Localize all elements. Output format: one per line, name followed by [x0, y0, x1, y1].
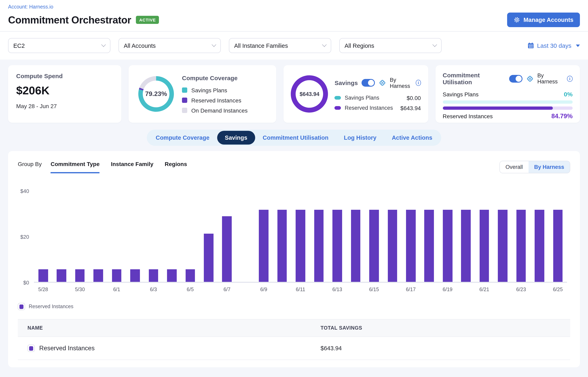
- caret-down-icon: [576, 44, 580, 47]
- savings-by-harness-toggle[interactable]: [362, 79, 375, 87]
- savings-plans-progress-bar: [443, 100, 573, 104]
- y-axis-tick: $20: [21, 234, 29, 240]
- tab-savings[interactable]: Savings: [217, 131, 255, 145]
- legend-checkbox[interactable]: [18, 303, 25, 310]
- table-row[interactable]: Reserved Instances $643.94: [18, 337, 570, 360]
- bar-slot: [346, 191, 365, 282]
- accounts-select[interactable]: All Accounts: [119, 38, 221, 53]
- bar-6/4[interactable]: [167, 269, 177, 282]
- bar-6/14[interactable]: [351, 210, 360, 282]
- bar-5/30[interactable]: [75, 269, 85, 282]
- tab-compute-coverage[interactable]: Compute Coverage: [148, 131, 217, 145]
- manage-accounts-label: Manage Accounts: [523, 17, 573, 23]
- legend-item-label: On Demand Instances: [191, 107, 248, 114]
- info-icon[interactable]: i: [416, 80, 421, 86]
- group-tab-regions[interactable]: Regions: [165, 161, 187, 173]
- legend-swatch: [335, 106, 341, 110]
- main-tabs: Compute CoverageSavingsCommitment Utilis…: [147, 130, 441, 146]
- x-axis-label: [383, 287, 401, 292]
- bar-6/10[interactable]: [277, 210, 287, 282]
- bar-6/22[interactable]: [498, 210, 507, 282]
- kpi-cards-row: Compute Spend $206K May 28 - Jun 27 79.2…: [8, 65, 580, 123]
- harness-logo-icon: [378, 79, 386, 87]
- legend-label: Reserved Instances: [29, 304, 73, 309]
- compute-coverage-card: 79.23% Compute Coverage Savings PlansRes…: [129, 65, 277, 123]
- instance-families-select[interactable]: All Instance Families: [229, 38, 331, 53]
- legend-item-label: Savings Plans: [191, 87, 227, 93]
- regions-select[interactable]: All Regions: [339, 38, 442, 53]
- service-select[interactable]: EC2: [8, 38, 111, 53]
- savings-breakdown-row: Reserved Instances$643.94: [335, 105, 421, 111]
- bar-6/9[interactable]: [259, 210, 268, 282]
- bar-6/6[interactable]: [204, 234, 213, 282]
- bar-6/5[interactable]: [185, 269, 195, 282]
- view-overall[interactable]: Overall: [500, 161, 529, 173]
- status-badge: ACTIVE: [136, 16, 159, 24]
- x-axis-label: 6/1: [108, 287, 126, 292]
- bar-6/3[interactable]: [149, 269, 158, 282]
- manage-accounts-button[interactable]: Manage Accounts: [507, 12, 580, 27]
- bar-6/1[interactable]: [112, 269, 121, 282]
- x-axis-label: [236, 287, 255, 292]
- x-axis-label: [457, 287, 475, 292]
- date-range-picker[interactable]: Last 30 days: [527, 42, 580, 49]
- bar-slot: [218, 191, 236, 282]
- bar-6/20[interactable]: [461, 210, 471, 282]
- savings-bar-chart: $40$20$0 5/285/306/16/36/56/76/96/116/13…: [18, 191, 570, 292]
- bar-5/29[interactable]: [57, 269, 66, 282]
- info-icon[interactable]: i: [567, 75, 573, 82]
- bar-6/7[interactable]: [222, 216, 232, 282]
- x-axis-label: 6/21: [475, 287, 494, 292]
- bar-6/23[interactable]: [516, 210, 526, 282]
- x-axis-label: 6/15: [365, 287, 383, 292]
- savings-breakdown-label: Savings Plans: [345, 95, 379, 101]
- row-checkbox[interactable]: [27, 345, 35, 352]
- bar-6/25[interactable]: [553, 210, 563, 282]
- view-by-harness[interactable]: By Harness: [528, 161, 570, 173]
- group-tab-instance-family[interactable]: Instance Family: [111, 161, 153, 173]
- legend-swatch: [182, 108, 187, 113]
- bar-6/15[interactable]: [369, 210, 379, 282]
- compute-coverage-title: Compute Coverage: [182, 74, 248, 81]
- bar-6/21[interactable]: [480, 210, 489, 282]
- bar-6/13[interactable]: [333, 210, 342, 282]
- savings-table: NAME TOTAL SAVINGS Reserved Instances $6…: [18, 319, 570, 360]
- savings-breakdown-label: Reserved Instances: [345, 105, 393, 111]
- x-axis-label: [310, 287, 328, 292]
- utilisation-by-harness-toggle[interactable]: [509, 75, 522, 82]
- row-total-savings: $643.94: [321, 345, 570, 352]
- y-axis: $40$20$0: [18, 191, 34, 283]
- tab-commitment-utilisation[interactable]: Commitment Utilisation: [255, 131, 336, 145]
- tab-log-history[interactable]: Log History: [336, 131, 384, 145]
- app-root: Account: Harness.io Commitment Orchestra…: [0, 0, 588, 377]
- page-title: Commitment Orchestrator: [8, 14, 131, 26]
- util-reserved-instances-percent: 84.79%: [551, 113, 573, 120]
- bar-6/17[interactable]: [406, 210, 416, 282]
- bar-slot: [530, 191, 549, 282]
- bar-6/19[interactable]: [443, 210, 452, 282]
- calendar-icon: [527, 42, 534, 49]
- group-by-tabs: Commitment TypeInstance FamilyRegions: [51, 161, 187, 173]
- x-axis-label: 6/9: [255, 287, 273, 292]
- reserved-instances-progress-bar: [443, 106, 573, 110]
- bar-slot: [199, 191, 218, 282]
- bar-6/2[interactable]: [130, 269, 140, 282]
- bar-5/31[interactable]: [94, 269, 103, 282]
- bar-6/11[interactable]: [296, 210, 305, 282]
- group-tab-commitment-type[interactable]: Commitment Type: [51, 161, 100, 173]
- bar-5/28[interactable]: [38, 269, 48, 282]
- bar-6/16[interactable]: [388, 210, 397, 282]
- bar-6/12[interactable]: [314, 210, 323, 282]
- bar-6/24[interactable]: [535, 210, 544, 282]
- tab-active-actions[interactable]: Active Actions: [384, 131, 440, 145]
- account-link[interactable]: Account: Harness.io: [8, 4, 580, 10]
- x-axis-label: 6/23: [512, 287, 530, 292]
- bar-slot: [89, 191, 108, 282]
- util-reserved-instances-label: Reserved Instances: [443, 113, 493, 119]
- x-axis-label: [494, 287, 512, 292]
- x-axis-label: 6/7: [218, 287, 236, 292]
- x-axis-label: 6/25: [549, 287, 567, 292]
- bar-6/18[interactable]: [424, 210, 434, 282]
- accounts-select-value: All Accounts: [124, 42, 156, 49]
- filter-bar: EC2 All Accounts All Instance Families A…: [0, 32, 588, 59]
